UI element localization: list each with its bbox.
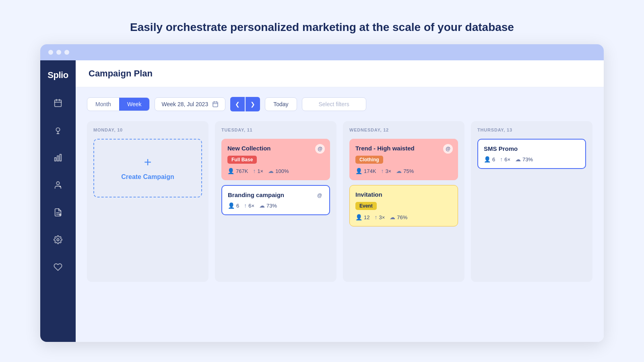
- svg-point-4: [56, 128, 60, 132]
- cloud-icon: ☁: [268, 168, 274, 174]
- top-bar: Campaign Plan: [76, 60, 604, 87]
- svg-point-13: [57, 239, 59, 241]
- day-header-monday: MONDAY, 10: [93, 128, 202, 132]
- day-header-tuesday: TUESDAY, 11: [221, 128, 330, 132]
- svg-rect-0: [55, 100, 62, 107]
- calendar-icon: [212, 101, 219, 107]
- prev-week-button[interactable]: ❮: [230, 97, 245, 111]
- stat-users-trend: 👤 174K: [355, 168, 376, 174]
- date-label: Week 28, Jul 2023: [161, 101, 208, 107]
- tag-trend: Clothing: [355, 156, 383, 164]
- user-icon-s: 👤: [484, 156, 491, 162]
- card-new-collection[interactable]: @ New Collection Full Base 👤 767K: [221, 139, 330, 180]
- stat-pct-value-t: 75%: [403, 168, 414, 174]
- stat-percent-new-collection: ☁ 100%: [268, 168, 289, 174]
- create-campaign-label: Create Campaign: [121, 173, 174, 181]
- stat-mult-value-t: 3×: [385, 168, 391, 174]
- controls-row: Month Week Week 28, Jul 2023 ❮ ❯: [87, 97, 592, 111]
- browser-dot-3: [64, 50, 69, 55]
- sidebar-icon-heart[interactable]: [50, 259, 66, 275]
- stat-users-sms: 👤 6: [484, 156, 495, 162]
- app-layout: Splio: [40, 60, 604, 342]
- stat-pct-value-i: 76%: [397, 214, 407, 220]
- stat-users-value: 767K: [236, 168, 248, 174]
- sidebar-logo: Splio: [47, 70, 68, 80]
- sidebar-icon-settings[interactable]: [50, 232, 66, 248]
- stat-multiplier-new-collection: ↑ 1×: [253, 168, 263, 174]
- at-icon-branding: @: [315, 191, 324, 200]
- card-sms-promo[interactable]: SMS Promo 👤 6 ↑ 6×: [477, 139, 586, 169]
- sidebar-icon-user[interactable]: [50, 177, 66, 193]
- stat-users-new-collection: 👤 767K: [227, 168, 248, 174]
- card-invitation[interactable]: Invitation Event 👤 12 ↑ 3×: [349, 185, 458, 226]
- stats-invitation: 👤 12 ↑ 3× ☁ 76%: [355, 214, 452, 220]
- user-icon-i: 👤: [355, 214, 362, 220]
- card-trend[interactable]: @ Trend - High waisted Clothing 👤 174K: [349, 139, 458, 180]
- stat-mult-value: 1×: [257, 168, 263, 174]
- stat-pct-value: 100%: [275, 168, 289, 174]
- sidebar-icon-chart[interactable]: [50, 150, 66, 166]
- page-title: Campaign Plan: [89, 68, 591, 79]
- svg-point-8: [56, 182, 59, 185]
- stat-mult-value-i: 3×: [379, 214, 385, 220]
- card-title-invitation: Invitation: [355, 191, 452, 198]
- stat-users-branding: 👤 6: [228, 202, 239, 209]
- arrow-up-icon-t: ↑: [381, 168, 384, 174]
- arrow-up-icon: ↑: [253, 168, 256, 174]
- date-picker-button[interactable]: Week 28, Jul 2023: [155, 97, 225, 111]
- user-icon: 👤: [227, 168, 234, 174]
- day-header-thursday: THURSDAY, 13: [477, 128, 586, 132]
- tag-new-collection: Full Base: [227, 156, 257, 164]
- nav-buttons: ❮ ❯: [230, 97, 260, 111]
- main-content: Campaign Plan Month Week Week 28, Jul 20…: [76, 60, 604, 342]
- cloud-icon-i: ☁: [390, 214, 395, 220]
- stat-percent-branding: ☁ 73%: [259, 202, 277, 209]
- view-week-button[interactable]: Week: [119, 98, 150, 111]
- at-icon-new-collection: @: [315, 144, 325, 154]
- user-icon-t: 👤: [355, 168, 362, 174]
- create-campaign-card[interactable]: + Create Campaign: [93, 139, 202, 197]
- sidebar-icon-bulb[interactable]: [50, 122, 66, 138]
- card-title-trend: Trend - High waisted: [355, 145, 452, 152]
- stats-trend: 👤 174K ↑ 3× ☁ 75%: [355, 168, 452, 174]
- next-week-button[interactable]: ❯: [246, 97, 260, 111]
- stat-percent-sms: ☁ 73%: [515, 156, 533, 162]
- svg-rect-14: [213, 102, 218, 107]
- card-title-sms-promo: SMS Promo: [484, 145, 580, 152]
- browser-dot-1: [48, 50, 53, 55]
- card-branding[interactable]: @ Branding campaign 👤 6 ↑ 6×: [221, 185, 330, 215]
- stats-branding: 👤 6 ↑ 6× ☁ 73%: [228, 202, 324, 209]
- sidebar-icon-document[interactable]: [50, 204, 66, 220]
- view-toggle: Month Week: [87, 97, 150, 111]
- svg-point-12: [59, 214, 62, 216]
- cloud-icon-t: ☁: [396, 168, 402, 174]
- calendar-area: Month Week Week 28, Jul 2023 ❮ ❯: [76, 87, 604, 340]
- view-month-button[interactable]: Month: [87, 98, 119, 111]
- stats-sms-promo: 👤 6 ↑ 6× ☁ 73%: [484, 156, 580, 162]
- tag-invitation: Event: [355, 202, 377, 210]
- stats-new-collection: 👤 767K ↑ 1× ☁ 100%: [227, 168, 324, 174]
- browser-bar: [40, 44, 604, 60]
- svg-rect-7: [60, 154, 62, 161]
- day-column-monday: MONDAY, 10 + Create Campaign: [87, 121, 208, 282]
- stat-users-invitation: 👤 12: [355, 214, 369, 220]
- calendar-grid: MONDAY, 10 + Create Campaign TUESDAY, 11: [87, 121, 592, 282]
- day-column-wednesday: WEDNESDAY, 12 @ Trend - High waisted Clo…: [343, 121, 464, 282]
- user-icon-b: 👤: [228, 202, 235, 209]
- stat-percent-invitation: ☁ 76%: [390, 214, 407, 220]
- browser-frame: Splio: [40, 44, 604, 342]
- at-icon-trend: @: [443, 144, 453, 154]
- filter-button[interactable]: Select filters: [302, 97, 366, 111]
- svg-point-9: [60, 186, 61, 187]
- card-title-branding: Branding campaign: [228, 191, 324, 198]
- sidebar-icon-calendar[interactable]: [50, 95, 66, 111]
- card-title-new-collection: New Collection: [227, 145, 324, 152]
- svg-rect-6: [57, 156, 59, 161]
- outer-wrapper: Easily orchestrate personalized marketin…: [40, 20, 604, 342]
- stat-pct-value-s: 73%: [522, 156, 533, 162]
- stat-multiplier-sms: ↑ 6×: [500, 156, 510, 162]
- today-button[interactable]: Today: [265, 97, 297, 111]
- stat-multiplier-branding: ↑ 6×: [244, 202, 254, 209]
- stat-pct-value-b: 73%: [266, 203, 277, 209]
- sidebar: Splio: [40, 60, 76, 342]
